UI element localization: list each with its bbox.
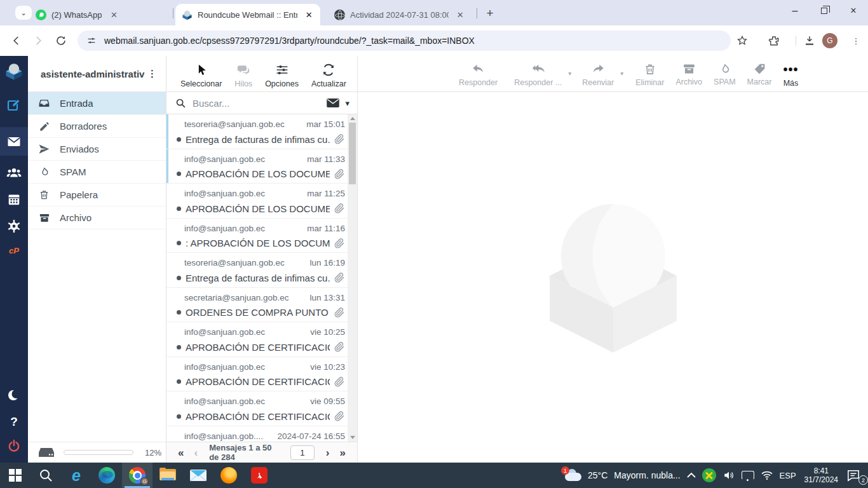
spam-button[interactable]: SPAM — [708, 56, 742, 86]
dark-mode-icon[interactable] — [0, 383, 28, 408]
message-row[interactable]: info@sanjuan.gob.... 2024-07-24 16:55 — [166, 426, 348, 442]
message-row[interactable]: info@sanjuan.gob.ec vie 10:23 APROBACIÓN… — [166, 357, 348, 392]
calendar-nav-button[interactable] — [0, 187, 28, 212]
extensions-icon[interactable] — [766, 33, 782, 48]
message-row[interactable]: info@sanjuan.gob.ec mar 11:25 APROBACIÓN… — [166, 184, 348, 219]
cpanel-icon[interactable]: cP — [0, 238, 28, 263]
first-page-button[interactable]: « — [173, 447, 189, 458]
tab-whatsapp[interactable]: (2) WhatsApp ✕ — [29, 4, 170, 25]
account-menu-button[interactable]: ⋮ — [145, 68, 159, 79]
threads-button[interactable]: Hilos — [234, 56, 252, 88]
new-tab-button[interactable]: + — [482, 5, 498, 22]
delete-button[interactable]: Eliminar — [630, 56, 670, 87]
restore-button[interactable] — [810, 0, 839, 22]
acrobat-button[interactable] — [244, 463, 275, 488]
language-indicator[interactable]: ESP — [776, 463, 799, 488]
select-button[interactable]: Seleccionar — [180, 56, 222, 88]
more-button[interactable]: ••• Más — [777, 56, 804, 88]
wifi-icon[interactable] — [757, 463, 776, 488]
whatsapp-icon — [36, 10, 46, 20]
tab-actividad[interactable]: Actividad 2024-07-31 08:00:00 ✕ — [328, 4, 471, 25]
browser-menu-button[interactable]: ⋮ — [850, 33, 862, 48]
forward-button[interactable]: Reenviar ▾ — [576, 56, 620, 87]
reply-all-caret-icon[interactable]: ▾ — [568, 70, 571, 77]
close-icon[interactable]: ✕ — [304, 9, 314, 20]
taskbar-search-button[interactable] — [31, 463, 61, 488]
last-page-button[interactable]: » — [335, 447, 351, 458]
trash-icon — [644, 62, 656, 76]
bookmark-star-icon[interactable] — [735, 33, 750, 48]
message-row[interactable]: secretaria@sanjuan.gob.ec lun 13:31 ORDE… — [166, 288, 348, 323]
folder-papelera[interactable]: Papelera — [28, 184, 166, 207]
compose-button[interactable] — [0, 93, 28, 118]
reload-button[interactable] — [52, 32, 70, 50]
message-row[interactable]: tesoreria@sanjuan.gob.ec lun 16:19 Entre… — [166, 253, 348, 288]
mail-app-button[interactable] — [183, 463, 214, 488]
archive-button[interactable]: Archivo — [670, 56, 708, 86]
message-row[interactable]: info@sanjuan.gob.ec mar 11:33 APROBACIÓN… — [166, 149, 348, 184]
folder-borradores[interactable]: Borradores — [28, 115, 166, 138]
list-scrollbar[interactable] — [348, 114, 357, 442]
quota-percent: 12% — [145, 448, 161, 458]
folder-enviados[interactable]: Enviados — [28, 138, 166, 161]
help-icon[interactable]: ? — [0, 409, 28, 435]
folder-entrada[interactable]: Entrada — [28, 92, 166, 115]
logout-power-icon[interactable] — [0, 433, 28, 459]
storage-icon — [38, 447, 55, 458]
start-button[interactable] — [0, 463, 31, 488]
search-scope-envelope-icon[interactable] — [326, 98, 340, 108]
prev-page-button[interactable]: ‹ — [189, 447, 203, 458]
folder-archivo[interactable]: Archivo — [28, 207, 166, 229]
close-icon[interactable]: ✕ — [108, 9, 119, 20]
cast-icon[interactable] — [738, 463, 757, 488]
message-row[interactable]: info@sanjuan.gob.ec mar 11:16 : APROBACI… — [166, 219, 348, 254]
scroll-up-icon[interactable] — [348, 114, 357, 123]
clock[interactable]: 8:4131/7/2024 — [799, 463, 843, 488]
downloads-icon[interactable] — [802, 33, 817, 48]
scrollbar-thumb[interactable] — [349, 123, 356, 184]
weather-badge: 1 — [561, 466, 569, 475]
file-explorer-button[interactable] — [153, 463, 183, 488]
mail-nav-button[interactable] — [0, 127, 28, 156]
contacts-nav-button[interactable] — [0, 160, 28, 186]
next-page-button[interactable]: › — [321, 447, 335, 458]
message-sender: info@sanjuan.gob.ec — [184, 154, 265, 164]
address-bar[interactable]: webmail.sanjuan.gob.ec/cpsess9729797291/… — [78, 30, 731, 51]
search-options-chevron-icon[interactable]: ▾ — [345, 98, 349, 108]
reply-all-button[interactable]: Responder ... ▾ — [508, 56, 567, 87]
pencil-icon — [38, 120, 50, 132]
folder-spam[interactable]: SPAM — [28, 161, 166, 184]
settings-nav-button[interactable] — [0, 214, 28, 239]
refresh-button[interactable]: Actualizar — [311, 56, 346, 88]
weather-widget[interactable]: 1 25°C Mayorm. nubla... — [560, 463, 684, 488]
forward-button[interactable] — [29, 32, 47, 50]
message-row[interactable]: info@sanjuan.gob.ec vie 09:55 APROBACIÓN… — [166, 391, 348, 426]
reply-button[interactable]: Responder — [453, 56, 503, 87]
chrome-button[interactable]: G — [122, 463, 153, 488]
roundcube-logo[interactable] — [0, 58, 28, 84]
forward-caret-icon[interactable]: ▾ — [620, 70, 623, 77]
notification-center-button[interactable]: 2 — [843, 463, 868, 488]
scroll-down-icon[interactable] — [348, 433, 357, 442]
message-row[interactable]: tesoreria@sanjuan.gob.ec mar 15:01 Entre… — [166, 114, 348, 149]
search-input[interactable] — [193, 98, 326, 109]
weather-cloud-icon: 1 — [564, 469, 583, 482]
site-settings-icon[interactable] — [86, 36, 97, 46]
profile-avatar[interactable]: G — [822, 33, 837, 48]
page-number-input[interactable] — [290, 445, 315, 460]
minimize-button[interactable]: – — [780, 0, 810, 22]
tray-expand-chevron[interactable] — [684, 463, 699, 488]
back-button[interactable] — [8, 32, 25, 50]
internet-explorer-button[interactable]: e — [61, 463, 92, 488]
close-window-button[interactable]: × — [839, 0, 868, 22]
tab-roundcube[interactable]: Roundcube Webmail :: Entrada ✕ — [175, 4, 320, 25]
volume-icon[interactable] — [719, 463, 738, 488]
close-icon[interactable]: ✕ — [455, 9, 465, 20]
message-row[interactable]: info@sanjuan.gob.ec vie 10:25 APROBACIÓN… — [166, 322, 348, 357]
message-date: mar 11:16 — [307, 224, 345, 233]
mark-button[interactable]: Marcar — [742, 56, 778, 86]
antivirus-tray-icon[interactable] — [699, 463, 719, 488]
options-button[interactable]: Opciones — [265, 56, 299, 88]
firefox-button[interactable] — [214, 463, 244, 488]
edge-button[interactable] — [92, 463, 122, 488]
